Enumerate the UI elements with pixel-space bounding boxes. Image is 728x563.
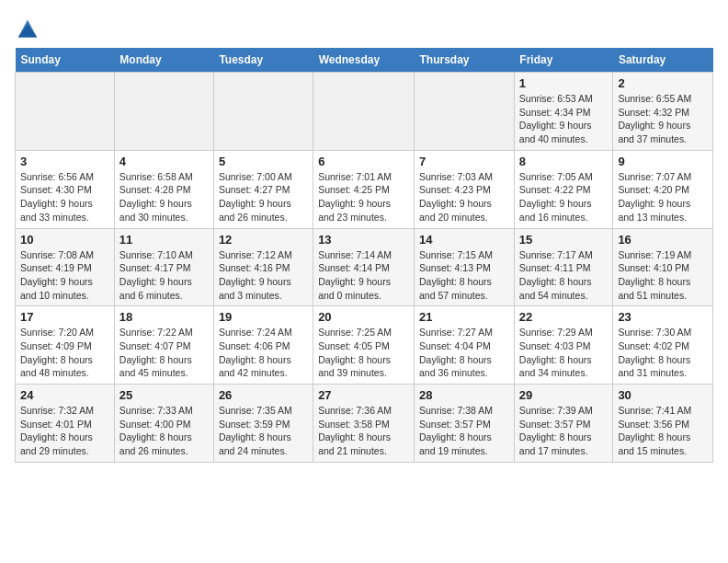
- day-info: Sunrise: 7:20 AM Sunset: 4:09 PM Dayligh…: [20, 326, 109, 380]
- day-number: 7: [419, 155, 509, 168]
- header-monday: Monday: [114, 48, 213, 73]
- calendar-cell: 11Sunrise: 7:10 AM Sunset: 4:17 PM Dayli…: [114, 228, 213, 306]
- calendar-cell: 23Sunrise: 7:30 AM Sunset: 4:02 PM Dayli…: [613, 306, 713, 385]
- day-number: 4: [119, 155, 209, 168]
- header-tuesday: Tuesday: [213, 48, 313, 73]
- calendar-cell: [16, 73, 115, 151]
- day-number: 21: [419, 310, 509, 324]
- day-number: 6: [318, 155, 409, 168]
- calendar-cell: 4Sunrise: 6:58 AM Sunset: 4:28 PM Daylig…: [114, 150, 213, 228]
- day-number: 14: [419, 233, 509, 247]
- day-number: 26: [219, 388, 308, 402]
- day-info: Sunrise: 7:25 AM Sunset: 4:05 PM Dayligh…: [318, 326, 409, 380]
- day-info: Sunrise: 7:00 AM Sunset: 4:27 PM Dayligh…: [219, 170, 308, 224]
- day-info: Sunrise: 7:17 AM Sunset: 4:11 PM Dayligh…: [519, 248, 609, 303]
- calendar-cell: 8Sunrise: 7:05 AM Sunset: 4:22 PM Daylig…: [514, 150, 613, 228]
- calendar-cell: 15Sunrise: 7:17 AM Sunset: 4:11 PM Dayli…: [514, 228, 613, 306]
- day-info: Sunrise: 7:14 AM Sunset: 4:14 PM Dayligh…: [318, 248, 409, 303]
- day-number: 2: [618, 76, 708, 90]
- calendar-cell: 28Sunrise: 7:38 AM Sunset: 3:57 PM Dayli…: [415, 385, 515, 463]
- svg-marker-1: [18, 24, 37, 37]
- day-info: Sunrise: 7:39 AM Sunset: 3:57 PM Dayligh…: [519, 404, 609, 458]
- day-number: 30: [618, 388, 708, 402]
- calendar-cell: 1Sunrise: 6:53 AM Sunset: 4:34 PM Daylig…: [514, 73, 613, 151]
- calendar-cell: 24Sunrise: 7:32 AM Sunset: 4:01 PM Dayli…: [16, 385, 115, 463]
- header-wednesday: Wednesday: [313, 48, 415, 73]
- day-number: 16: [618, 233, 708, 247]
- calendar-header-row: SundayMondayTuesdayWednesdayThursdayFrid…: [16, 48, 713, 73]
- day-info: Sunrise: 7:08 AM Sunset: 4:19 PM Dayligh…: [20, 248, 109, 303]
- day-info: Sunrise: 7:10 AM Sunset: 4:17 PM Dayligh…: [119, 248, 209, 303]
- day-info: Sunrise: 6:55 AM Sunset: 4:32 PM Dayligh…: [618, 92, 708, 146]
- day-info: Sunrise: 7:36 AM Sunset: 3:58 PM Dayligh…: [318, 404, 409, 458]
- day-info: Sunrise: 7:22 AM Sunset: 4:07 PM Dayligh…: [119, 326, 209, 380]
- calendar-cell: 5Sunrise: 7:00 AM Sunset: 4:27 PM Daylig…: [213, 150, 313, 228]
- page-header: [15, 15, 713, 39]
- logo-icon: [17, 18, 39, 39]
- calendar-cell: 9Sunrise: 7:07 AM Sunset: 4:20 PM Daylig…: [613, 150, 713, 228]
- week-row-3: 10Sunrise: 7:08 AM Sunset: 4:19 PM Dayli…: [16, 228, 713, 306]
- day-info: Sunrise: 6:53 AM Sunset: 4:34 PM Dayligh…: [519, 92, 609, 146]
- day-info: Sunrise: 6:56 AM Sunset: 4:30 PM Dayligh…: [20, 170, 109, 224]
- day-number: 28: [419, 388, 509, 402]
- calendar-cell: 3Sunrise: 6:56 AM Sunset: 4:30 PM Daylig…: [16, 150, 115, 228]
- calendar-cell: 29Sunrise: 7:39 AM Sunset: 3:57 PM Dayli…: [514, 385, 613, 463]
- day-number: 24: [20, 388, 109, 402]
- day-number: 1: [519, 76, 609, 90]
- calendar-cell: 13Sunrise: 7:14 AM Sunset: 4:14 PM Dayli…: [313, 228, 415, 306]
- day-info: Sunrise: 7:19 AM Sunset: 4:10 PM Dayligh…: [618, 248, 708, 303]
- day-info: Sunrise: 7:41 AM Sunset: 3:56 PM Dayligh…: [618, 404, 708, 458]
- header-thursday: Thursday: [415, 48, 515, 73]
- calendar-table: SundayMondayTuesdayWednesdayThursdayFrid…: [15, 48, 713, 463]
- calendar-cell: 6Sunrise: 7:01 AM Sunset: 4:25 PM Daylig…: [313, 150, 415, 228]
- day-info: Sunrise: 6:58 AM Sunset: 4:28 PM Dayligh…: [119, 170, 209, 224]
- calendar-cell: 18Sunrise: 7:22 AM Sunset: 4:07 PM Dayli…: [114, 306, 213, 385]
- week-row-2: 3Sunrise: 6:56 AM Sunset: 4:30 PM Daylig…: [16, 150, 713, 228]
- calendar-cell: 27Sunrise: 7:36 AM Sunset: 3:58 PM Dayli…: [313, 385, 415, 463]
- day-info: Sunrise: 7:03 AM Sunset: 4:23 PM Dayligh…: [419, 170, 509, 224]
- day-number: 22: [519, 310, 609, 324]
- calendar-cell: [415, 73, 515, 151]
- calendar-cell: [114, 73, 213, 151]
- day-number: 15: [519, 233, 609, 247]
- calendar-cell: 7Sunrise: 7:03 AM Sunset: 4:23 PM Daylig…: [415, 150, 515, 228]
- header-saturday: Saturday: [613, 48, 713, 73]
- header-sunday: Sunday: [16, 48, 115, 73]
- calendar-cell: 2Sunrise: 6:55 AM Sunset: 4:32 PM Daylig…: [613, 73, 713, 151]
- week-row-4: 17Sunrise: 7:20 AM Sunset: 4:09 PM Dayli…: [16, 306, 713, 385]
- logo: [15, 18, 39, 39]
- calendar-cell: 21Sunrise: 7:27 AM Sunset: 4:04 PM Dayli…: [415, 306, 515, 385]
- day-info: Sunrise: 7:01 AM Sunset: 4:25 PM Dayligh…: [318, 170, 409, 224]
- day-number: 23: [618, 310, 708, 324]
- week-row-1: 1Sunrise: 6:53 AM Sunset: 4:34 PM Daylig…: [16, 73, 713, 151]
- calendar-cell: 26Sunrise: 7:35 AM Sunset: 3:59 PM Dayli…: [213, 385, 313, 463]
- calendar-cell: 25Sunrise: 7:33 AM Sunset: 4:00 PM Dayli…: [114, 385, 213, 463]
- calendar-cell: 14Sunrise: 7:15 AM Sunset: 4:13 PM Dayli…: [415, 228, 515, 306]
- day-number: 10: [20, 233, 109, 247]
- day-info: Sunrise: 7:32 AM Sunset: 4:01 PM Dayligh…: [20, 404, 109, 458]
- day-number: 11: [119, 233, 209, 247]
- day-number: 19: [219, 310, 308, 324]
- day-number: 20: [318, 310, 409, 324]
- day-number: 27: [318, 388, 409, 402]
- header-friday: Friday: [514, 48, 613, 73]
- day-number: 3: [20, 155, 109, 168]
- day-info: Sunrise: 7:05 AM Sunset: 4:22 PM Dayligh…: [519, 170, 609, 224]
- day-info: Sunrise: 7:07 AM Sunset: 4:20 PM Dayligh…: [618, 170, 708, 224]
- day-number: 5: [219, 155, 308, 168]
- day-info: Sunrise: 7:29 AM Sunset: 4:03 PM Dayligh…: [519, 326, 609, 380]
- day-info: Sunrise: 7:33 AM Sunset: 4:00 PM Dayligh…: [119, 404, 209, 458]
- calendar-cell: 20Sunrise: 7:25 AM Sunset: 4:05 PM Dayli…: [313, 306, 415, 385]
- day-info: Sunrise: 7:12 AM Sunset: 4:16 PM Dayligh…: [219, 248, 308, 303]
- calendar-cell: [313, 73, 415, 151]
- calendar-cell: 12Sunrise: 7:12 AM Sunset: 4:16 PM Dayli…: [213, 228, 313, 306]
- calendar-cell: 30Sunrise: 7:41 AM Sunset: 3:56 PM Dayli…: [613, 385, 713, 463]
- day-number: 13: [318, 233, 409, 247]
- day-info: Sunrise: 7:24 AM Sunset: 4:06 PM Dayligh…: [219, 326, 308, 380]
- day-number: 18: [119, 310, 209, 324]
- calendar-cell: 16Sunrise: 7:19 AM Sunset: 4:10 PM Dayli…: [613, 228, 713, 306]
- calendar-cell: 22Sunrise: 7:29 AM Sunset: 4:03 PM Dayli…: [514, 306, 613, 385]
- day-number: 17: [20, 310, 109, 324]
- day-number: 25: [119, 388, 209, 402]
- calendar-cell: [213, 73, 313, 151]
